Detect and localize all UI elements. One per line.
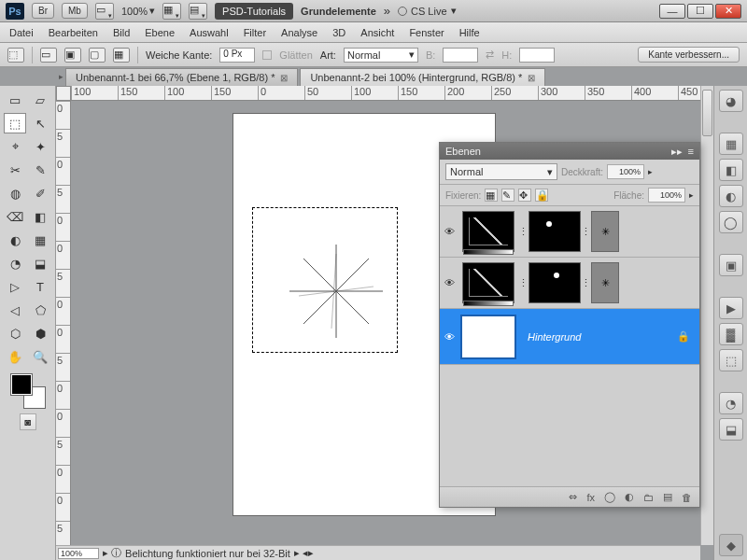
menu-bild[interactable]: Bild [113, 27, 130, 38]
tool-23[interactable]: 🔍 [29, 346, 51, 367]
tool-6[interactable]: ✂ [4, 160, 26, 180]
brushes-panel-icon[interactable]: ▓ [719, 323, 743, 345]
color-panel-icon[interactable]: ◕ [719, 90, 743, 112]
menu-auswahl[interactable]: Auswahl [190, 27, 229, 38]
visibility-icon[interactable]: 👁 [440, 226, 458, 237]
expand-toolbar-icon[interactable]: ▸ [56, 67, 65, 86]
ruler-origin[interactable] [56, 86, 71, 101]
blend-mode-select[interactable]: Normal▾ [445, 163, 557, 180]
bridge-button[interactable]: Br [32, 3, 54, 19]
tool-9[interactable]: ✐ [29, 183, 51, 203]
minibridge-button[interactable]: Mb [62, 3, 88, 19]
tool-3[interactable]: ↖ [29, 113, 51, 133]
lock-paint-icon[interactable]: ✎ [501, 189, 514, 202]
masks-panel-icon[interactable]: ◯ [719, 211, 743, 233]
tool-8[interactable]: ◍ [4, 183, 26, 203]
adjustment-thumb[interactable] [462, 262, 514, 303]
tool-0[interactable]: ▭ [4, 90, 26, 110]
tool-4[interactable]: ⌖ [4, 136, 26, 157]
tool-20[interactable]: ⬡ [4, 323, 26, 343]
smart-filter-thumb[interactable]: ✳︎ [591, 262, 619, 303]
tool-19[interactable]: ⬠ [29, 300, 51, 320]
layer-mask-thumb[interactable] [529, 211, 581, 252]
extras-dropdown[interactable]: ▤ [189, 3, 207, 20]
menu-ebene[interactable]: Ebene [145, 27, 175, 38]
link-icon[interactable]: ⋮ [518, 277, 529, 289]
style-select[interactable]: Normal▾ [344, 48, 418, 63]
collapse-icon[interactable]: ▸▸ [671, 146, 683, 158]
screen-mode-dropdown[interactable]: ▭ [95, 3, 114, 20]
close-button[interactable]: ✕ [715, 4, 741, 19]
tool-10[interactable]: ⌫ [4, 206, 26, 227]
info-panel-icon[interactable]: ◔ [719, 392, 743, 414]
group-icon[interactable]: 🗀 [643, 492, 654, 503]
tool-7[interactable]: ✎ [29, 160, 51, 180]
tool-22[interactable]: ✋ [4, 346, 26, 367]
tool-2[interactable]: ⬚ [4, 113, 26, 133]
tool-13[interactable]: ▦ [29, 230, 51, 250]
close-icon[interactable]: ⊠ [280, 73, 288, 83]
marquee-add-icon[interactable]: ▣ [64, 48, 81, 63]
doc-tab-2[interactable]: Unbenannt-2 bei 100% (Hintergrund, RGB/8… [300, 68, 545, 86]
history-panel-icon[interactable]: ▣ [719, 254, 743, 276]
menu-fenster[interactable]: Fenster [409, 27, 444, 38]
menu-ansicht[interactable]: Ansicht [360, 27, 394, 38]
new-layer-icon[interactable]: ▤ [663, 491, 672, 503]
workspace-psd-tutorials[interactable]: PSD-Tutorials [215, 3, 293, 20]
adjustments-panel-icon[interactable]: ◐ [719, 185, 743, 207]
zoom-input[interactable]: 100% [58, 548, 99, 559]
marquee-rect-icon[interactable]: ▭ [40, 48, 57, 63]
tool-preset-icon[interactable]: ⬚ [7, 48, 24, 63]
close-icon[interactable]: ⊠ [528, 73, 535, 83]
lock-transparent-icon[interactable]: ▦ [485, 189, 498, 202]
tool-5[interactable]: ✦ [29, 136, 51, 157]
tool-12[interactable]: ◐ [4, 230, 26, 250]
fill-input[interactable]: 100% [648, 188, 685, 203]
scrollbar-vertical[interactable] [700, 86, 713, 545]
marquee-intersect-icon[interactable]: ▦ [113, 48, 130, 63]
layer-fx-icon[interactable]: fx [586, 492, 595, 503]
tool-11[interactable]: ◧ [29, 206, 51, 227]
zoom-dropdown[interactable]: 100% ▾ [121, 5, 155, 17]
delete-layer-icon[interactable]: 🗑 [682, 492, 692, 503]
opacity-input[interactable]: 100% [607, 164, 644, 179]
panel-menu-icon[interactable]: ≡ [688, 146, 694, 158]
layer-row[interactable]: 👁 ⋮ ⋮ ✳︎ [440, 258, 699, 309]
layer-thumb[interactable] [462, 316, 514, 357]
cslive-button[interactable]: CS Live ▾ [398, 5, 457, 17]
swatches-panel-icon[interactable]: ▦ [719, 133, 743, 155]
refine-edge-button[interactable]: Kante verbessern... [638, 47, 740, 63]
link-icon[interactable]: ⋮ [581, 226, 591, 238]
link-layers-icon[interactable]: ⇔ [569, 491, 577, 503]
layer-mask-icon[interactable]: ◯ [604, 491, 615, 503]
maximize-button[interactable]: ☐ [687, 4, 713, 19]
menu-analyse[interactable]: Analyse [281, 27, 317, 38]
adjustment-layer-icon[interactable]: ◐ [625, 491, 634, 503]
navigator-panel-icon[interactable]: ⬓ [719, 418, 743, 441]
color-swatches[interactable] [11, 374, 45, 408]
workspace-more-icon[interactable]: » [384, 4, 390, 18]
layers-panel-titlebar[interactable]: Ebenen ▸▸≡ [440, 143, 699, 160]
menu-bearbeiten[interactable]: Bearbeiten [49, 27, 98, 38]
layer-row[interactable]: 👁 ⋮ ⋮ ✳︎ [440, 206, 699, 258]
workspace-grundelemente[interactable]: Grundelemente [301, 6, 376, 17]
menu-datei[interactable]: Datei [9, 27, 34, 38]
clone-panel-icon[interactable]: ⬚ [719, 349, 743, 371]
tool-14[interactable]: ◔ [4, 253, 26, 273]
tool-1[interactable]: ▱ [29, 90, 51, 110]
smart-filter-thumb[interactable]: ✳︎ [591, 211, 619, 252]
layer-mask-thumb[interactable] [529, 262, 581, 303]
minimize-button[interactable]: — [659, 4, 685, 19]
layers-panel-icon[interactable]: ◆ [719, 534, 743, 556]
quickmask-button[interactable]: ◙ [20, 413, 36, 430]
visibility-icon[interactable]: 👁 [440, 277, 458, 288]
tool-17[interactable]: T [29, 276, 51, 297]
visibility-icon[interactable]: 👁 [440, 331, 458, 343]
lock-all-icon[interactable]: 🔒 [535, 189, 548, 202]
adjustment-thumb[interactable] [462, 211, 514, 252]
feather-input[interactable]: 0 Px [219, 48, 255, 63]
marquee-sub-icon[interactable]: ▢ [89, 48, 106, 63]
tool-16[interactable]: ▷ [4, 276, 26, 297]
tool-15[interactable]: ⬓ [29, 253, 51, 273]
actions-panel-icon[interactable]: ▶ [719, 297, 743, 319]
